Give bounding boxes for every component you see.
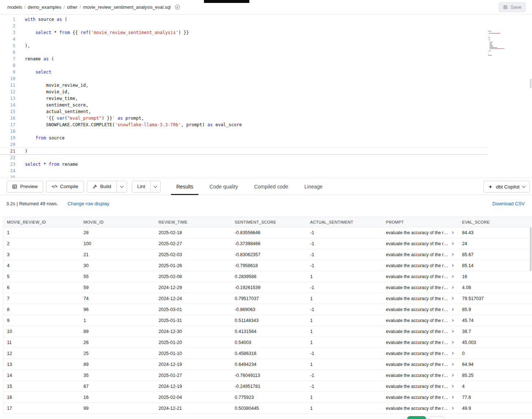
- breadcrumb-item[interactable]: other: [67, 5, 78, 10]
- code-line[interactable]: 3 select * from {{ ref('movie_review_sen…: [0, 29, 488, 36]
- expand-cell-icon[interactable]: [451, 341, 454, 344]
- expand-cell-icon[interactable]: [451, 363, 454, 366]
- partial-secondary-button[interactable]: [428, 416, 444, 419]
- expand-cell-icon[interactable]: [451, 297, 454, 300]
- column-header[interactable]: REVIEW_TIME: [155, 220, 231, 224]
- prompt-cell-text: evaluate the accuracy of the res...: [386, 252, 449, 257]
- code-line[interactable]: 19 from source: [0, 135, 488, 141]
- line-number: 2: [0, 23, 15, 29]
- code-text: SNOWFLAKE.CORTEX.COMPLETE('snowflake-lla…: [15, 121, 242, 128]
- code-text: from source: [15, 135, 64, 141]
- expand-cell-icon[interactable]: [451, 286, 454, 289]
- change-row-display-link[interactable]: Change row display: [67, 201, 109, 206]
- code-editor[interactable]: 1with source as (23 select * from {{ ref…: [0, 15, 532, 178]
- expand-cell-icon[interactable]: [451, 396, 454, 399]
- expand-cell-icon[interactable]: [451, 242, 454, 245]
- table-cell: -0.24951781: [231, 384, 306, 389]
- code-line[interactable]: 14 sentiment_score,: [0, 102, 488, 108]
- expand-cell-icon[interactable]: [451, 253, 454, 256]
- save-button[interactable]: Save: [498, 2, 526, 12]
- table-cell: 2025-01-31: [155, 318, 231, 323]
- tab-results[interactable]: Results: [171, 178, 198, 195]
- code-line[interactable]: 17 SNOWFLAKE.CORTEX.COMPLETE('snowflake-…: [0, 121, 488, 128]
- table-cell: 12: [3, 351, 80, 356]
- code-line[interactable]: 18: [0, 128, 488, 135]
- table-cell: 1: [80, 318, 155, 323]
- code-line[interactable]: 25: [0, 174, 488, 178]
- expand-cell-icon[interactable]: [451, 330, 454, 333]
- code-line[interactable]: 24: [0, 168, 488, 174]
- code-line[interactable]: 21): [0, 148, 488, 154]
- table-cell: 1: [306, 274, 382, 279]
- edit-docs-icon[interactable]: [175, 4, 180, 10]
- code-line[interactable]: 23select * from rename: [0, 161, 488, 168]
- breadcrumb-item[interactable]: demo_examples: [28, 5, 62, 10]
- column-header[interactable]: ACTUAL_SENTIMENT: [306, 220, 382, 224]
- tab-lineage[interactable]: Lineage: [299, 178, 328, 195]
- code-line[interactable]: 9 select: [0, 69, 488, 75]
- column-header[interactable]: EVAL_SCORE: [458, 220, 532, 224]
- table-cell: 45.003: [458, 340, 532, 345]
- expand-cell-icon[interactable]: [451, 374, 454, 377]
- preview-button[interactable]: Preview: [7, 181, 43, 192]
- build-dropdown-button[interactable]: [116, 181, 127, 192]
- code-text: [15, 154, 25, 161]
- code-line[interactable]: 11 movie_review_id,: [0, 82, 488, 89]
- code-line[interactable]: 1with source as (: [0, 16, 488, 23]
- tab-code-quality[interactable]: Code quality: [204, 178, 243, 195]
- expand-cell-icon[interactable]: [451, 319, 454, 322]
- minimap-line: [488, 50, 530, 51]
- code-line[interactable]: 16 '{{ var("eval_prompt") }}' as prompt,: [0, 115, 488, 121]
- code-line[interactable]: 5),: [0, 42, 488, 49]
- code-line[interactable]: 15 actual_sentiment,: [0, 108, 488, 115]
- build-button[interactable]: Build: [87, 181, 117, 192]
- expand-cell-icon[interactable]: [451, 407, 454, 409]
- table-cell: 79.517037: [458, 296, 532, 301]
- breadcrumb-item[interactable]: models: [7, 5, 22, 10]
- code-line[interactable]: 8: [0, 62, 488, 69]
- code-text: [15, 75, 25, 82]
- lint-dropdown-button[interactable]: [150, 181, 161, 192]
- table-cell: -1: [306, 384, 382, 389]
- minimap-line: [488, 49, 530, 50]
- download-csv-link[interactable]: Download CSV: [492, 201, 526, 206]
- breadcrumb-item[interactable]: movie_review_sentiment_analysis_eval.sql: [83, 5, 171, 10]
- code-line[interactable]: 20: [0, 141, 488, 148]
- code-text: rename as (: [15, 56, 54, 62]
- dbt-copilot-button[interactable]: dbt Copilot: [483, 181, 530, 192]
- expand-cell-icon[interactable]: [451, 231, 454, 234]
- code-line[interactable]: 13 review_time,: [0, 95, 488, 102]
- code-text: [15, 23, 25, 29]
- code-line[interactable]: 12 movie_id,: [0, 89, 488, 95]
- column-header[interactable]: SENTIMENT_SCORE: [231, 220, 306, 224]
- code-line[interactable]: 10: [0, 75, 488, 82]
- expand-cell-icon[interactable]: [451, 275, 454, 278]
- minimap[interactable]: [488, 31, 530, 58]
- table-row: 10892024-12-300.41315641evaluate the acc…: [3, 326, 532, 337]
- code-line[interactable]: 6: [0, 49, 488, 56]
- expand-cell-icon[interactable]: [451, 264, 454, 267]
- expand-cell-icon[interactable]: [451, 385, 454, 388]
- table-cell: 1: [306, 296, 382, 301]
- column-header[interactable]: MOVIE_ID: [80, 220, 155, 224]
- expand-cell-icon[interactable]: [451, 352, 454, 355]
- table-cell: 85.25: [458, 373, 532, 378]
- column-header[interactable]: PROMPT: [382, 220, 458, 224]
- expand-cell-icon[interactable]: [451, 308, 454, 311]
- table-cell: 2025-02-03: [155, 252, 231, 257]
- table-scrollbar[interactable]: [530, 227, 532, 271]
- prompt-cell: evaluate the accuracy of the res...: [382, 395, 458, 400]
- code-line[interactable]: 2: [0, 23, 488, 29]
- minimap-line: [488, 55, 530, 56]
- editor-scrollbar[interactable]: [530, 79, 532, 88]
- column-header[interactable]: MOVIE_REVIEW_ID: [3, 220, 80, 224]
- lint-button[interactable]: Lint: [132, 181, 151, 192]
- tab-compiled-code[interactable]: Compiled code: [249, 178, 293, 195]
- compile-button[interactable]: </> Compile: [46, 181, 84, 192]
- code-line[interactable]: 22: [0, 154, 488, 161]
- table-cell: -0.19261539: [231, 285, 306, 290]
- code-line[interactable]: 7rename as (: [0, 56, 488, 62]
- partial-green-button[interactable]: [407, 416, 426, 419]
- prompt-cell-text: evaluate the accuracy of the res...: [386, 406, 449, 411]
- code-line[interactable]: 4: [0, 36, 488, 42]
